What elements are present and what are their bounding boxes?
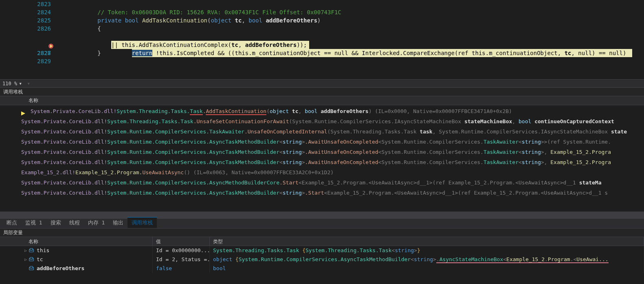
zoom-bar: 110 % ▾ ▾ (0, 79, 644, 87)
variable-icon (29, 266, 34, 271)
line-number: 2825 (31, 16, 51, 24)
execution-pointer-icon (20, 33, 27, 40)
variable-icon (29, 257, 34, 262)
line-number: 2824 (31, 8, 51, 16)
expand-toggle-icon[interactable]: ▷ (24, 255, 27, 264)
locals-row[interactable]: ▷tcId = 2, Status =...object {System.Run… (0, 255, 644, 264)
svg-rect-6 (30, 257, 33, 259)
method-name: AddTaskContinuation (142, 17, 207, 24)
tab-callstack[interactable]: 调用堆栈 (127, 217, 157, 228)
current-frame-arrow-icon (20, 108, 28, 115)
callstack-panel[interactable]: 名称 System.Private.CoreLib.dll!System.Thr… (0, 96, 644, 211)
line-number: 2823 (31, 0, 51, 8)
chevron-down-icon[interactable]: ▾ (27, 80, 30, 87)
svg-rect-8 (30, 266, 33, 268)
locals-row[interactable]: ▷addBeforeOthersfalsebool (0, 264, 644, 273)
code-comment: // Token: 0x06003D0A RID: 15626 RVA: 0x0… (97, 9, 341, 16)
tab-output[interactable]: 输出 (109, 217, 127, 228)
callstack-frame[interactable]: System.Private.CoreLib.dll!System.Thread… (0, 106, 644, 116)
callstack-frame[interactable]: System.Private.CoreLib.dll!System.Thread… (0, 116, 644, 126)
callstack-title: 调用堆栈 (3, 89, 23, 95)
locals-col-value[interactable]: 值 (153, 237, 210, 246)
svg-marker-2 (21, 111, 25, 115)
line-number: 2826 (31, 24, 51, 33)
locals-col-type[interactable]: 类型 (210, 237, 644, 246)
callstack-frame[interactable]: System.Private.CoreLib.dll!System.Runtim… (0, 137, 644, 147)
tab-breakpoints[interactable]: 断点 (2, 217, 21, 228)
zoom-dropdown-icon[interactable]: ▾ (17, 80, 24, 87)
tab-threads[interactable]: 线程 (65, 217, 84, 228)
current-execution-line[interactable]: 2827 return !this.IsCompleted && ((this.… (63, 33, 644, 41)
tab-search[interactable]: 搜索 (46, 217, 65, 228)
tab-watch[interactable]: 监视 1 (21, 217, 46, 228)
zoom-level[interactable]: 110 % (2, 81, 17, 87)
svg-rect-4 (30, 248, 33, 250)
callstack-frame[interactable]: System.Private.CoreLib.dll!System.Runtim… (0, 188, 644, 198)
line-number: 2828 (31, 49, 51, 57)
callstack-frame[interactable]: System.Private.CoreLib.dll!System.Runtim… (0, 126, 644, 137)
locals-col-name[interactable]: 名称 (0, 237, 153, 246)
expand-toggle-icon[interactable]: ▷ (24, 246, 27, 255)
callstack-frame[interactable]: Example_15_2.dll!Example_15_2.Program.Us… (0, 167, 644, 178)
callstack-panel-header: 调用堆栈 (0, 87, 644, 96)
column-name-header: 名称 (0, 97, 38, 104)
locals-title: 局部变量 (3, 229, 23, 236)
callstack-frame[interactable]: System.Private.CoreLib.dll!System.Runtim… (0, 157, 644, 167)
bottom-tabs: 断点 监视 1 搜索 线程 内存 1 输出 调用堆栈 (0, 218, 644, 228)
tab-memory[interactable]: 内存 1 (84, 217, 109, 228)
locals-column-headers: 名称 值 类型 (0, 237, 644, 246)
variable-icon (29, 248, 34, 253)
locals-panel-header: 局部变量 (0, 228, 644, 237)
locals-panel[interactable]: 名称 值 类型 ▷thisId = 0x0000000...System.Thr… (0, 237, 644, 273)
locals-row[interactable]: ▷thisId = 0x0000000...System.Threading.T… (0, 246, 644, 255)
callstack-frame[interactable]: System.Private.CoreLib.dll!System.Runtim… (0, 178, 644, 188)
code-editor[interactable]: 2823 2824 // Token: 0x06003D0A RID: 1562… (0, 0, 644, 79)
callstack-column-header: 名称 (0, 96, 644, 105)
line-number: 2829 (31, 57, 51, 65)
callstack-frame[interactable]: System.Private.CoreLib.dll!System.Runtim… (0, 147, 644, 157)
